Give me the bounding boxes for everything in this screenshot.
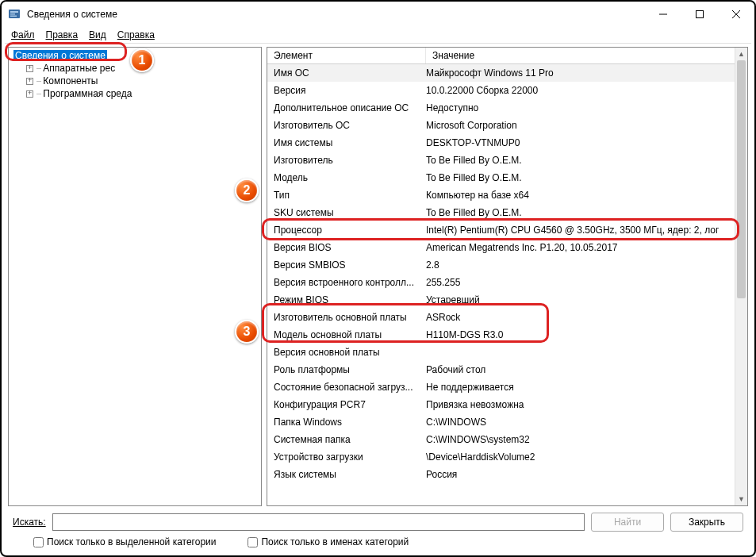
scroll-thumb[interactable] (737, 60, 746, 298)
menu-file[interactable]: Файл (6, 29, 40, 41)
details-body[interactable]: Имя ОСМайкрософт Windows 11 ProВерсия10.… (267, 64, 747, 505)
find-button[interactable]: Найти (591, 513, 664, 532)
table-row[interactable]: ПроцессорIntel(R) Pentium(R) CPU G4560 @… (267, 221, 747, 239)
table-row[interactable]: Папка WindowsC:\WINDOWS (267, 413, 747, 431)
cell-key: Дополнительное описание ОС (274, 99, 426, 117)
details-pane: Элемент Значение Имя ОСМайкрософт Window… (267, 47, 748, 506)
cell-value: Microsoft Corporation (426, 117, 747, 134)
svg-rect-3 (10, 16, 17, 17)
scrollbar[interactable]: ▲ ▼ (735, 48, 747, 505)
cell-value: ASRock (426, 309, 747, 326)
cell-key: Имя ОС (274, 64, 426, 82)
search-label: Искать: (13, 517, 46, 528)
cell-key: Изготовитель (274, 152, 426, 169)
cell-value: 2.8 (426, 256, 747, 274)
maximize-button[interactable] (681, 2, 718, 27)
cell-value: DESKTOP-VTNMUP0 (426, 134, 747, 152)
tree-item-env[interactable]: ┄ Программная среда (9, 87, 261, 100)
table-row[interactable]: SKU системыTo Be Filled By O.E.M. (267, 204, 747, 221)
cell-key: Модель основной платы (274, 326, 426, 344)
close-button[interactable] (718, 2, 754, 27)
table-row[interactable]: Язык системыРоссия (267, 466, 747, 483)
cell-key: Версия основной платы (274, 344, 426, 361)
cell-value: Рабочий стол (426, 361, 747, 378)
cell-value: C:\WINDOWS\system32 (426, 431, 747, 448)
cell-key: Конфигурация PCR7 (274, 396, 426, 413)
table-row[interactable]: Модель основной платыH110M-DGS R3.0 (267, 326, 747, 344)
table-row[interactable]: Версия встроенного контролл...255.255 (267, 274, 747, 291)
expand-icon[interactable] (26, 78, 33, 85)
cell-key: Устройство загрузки (274, 448, 426, 466)
table-row[interactable]: Конфигурация PCR7Привязка невозможна (267, 396, 747, 413)
cell-value: C:\WINDOWS (426, 413, 747, 431)
cell-value (426, 344, 747, 361)
search-bar: Искать: Найти Закрыть (2, 506, 754, 533)
cell-value: Не поддерживается (426, 378, 747, 396)
menu-help[interactable]: Справка (113, 29, 159, 41)
cell-key: Режим BIOS (274, 291, 426, 309)
table-row[interactable]: Дополнительное описание ОСНедоступно (267, 99, 747, 117)
cell-value: American Megatrends Inc. P1.20, 10.05.20… (426, 239, 747, 256)
cell-value: Intel(R) Pentium(R) CPU G4560 @ 3.50GHz,… (426, 221, 747, 239)
table-row[interactable]: Изготовитель основной платыASRock (267, 309, 747, 326)
table-row[interactable]: Роль платформыРабочий стол (267, 361, 747, 378)
cell-value: To Be Filled By O.E.M. (426, 169, 747, 186)
expand-icon[interactable] (26, 90, 33, 98)
cell-key: Роль платформы (274, 361, 426, 378)
col-element[interactable]: Элемент (267, 48, 426, 63)
svg-rect-2 (10, 13, 15, 15)
tree-item-components[interactable]: ┄ Компоненты (9, 75, 261, 87)
table-row[interactable]: ТипКомпьютер на базе x64 (267, 186, 747, 204)
cell-value: To Be Filled By O.E.M. (426, 204, 747, 221)
search-input[interactable] (52, 513, 585, 531)
close-dialog-button[interactable]: Закрыть (670, 513, 743, 532)
table-row[interactable]: Устройство загрузки\Device\HarddiskVolum… (267, 448, 747, 466)
annotation-badge-2: 2 (235, 179, 259, 202)
cell-key: Версия BIOS (274, 239, 426, 256)
table-row[interactable]: Системная папкаC:\WINDOWS\system32 (267, 431, 747, 448)
cell-key: Папка Windows (274, 413, 426, 431)
menubar: Файл Правка Вид Справка (2, 27, 754, 43)
details-header[interactable]: Элемент Значение (267, 48, 747, 64)
table-row[interactable]: Имя системыDESKTOP-VTNMUP0 (267, 134, 747, 152)
table-row[interactable]: Версия SMBIOS2.8 (267, 256, 747, 274)
menu-view[interactable]: Вид (84, 29, 111, 41)
cell-key: Состояние безопасной загруз... (274, 378, 426, 396)
table-row[interactable]: Имя ОСМайкрософт Windows 11 Pro (267, 64, 747, 82)
cell-value: Компьютер на базе x64 (426, 186, 747, 204)
table-row[interactable]: МодельTo Be Filled By O.E.M. (267, 169, 747, 186)
table-row[interactable]: Режим BIOSУстаревший (267, 291, 747, 309)
chk-category-names[interactable]: Поиск только в именах категорий (248, 536, 409, 547)
annotation-badge-3: 3 (235, 320, 259, 344)
cell-key: Язык системы (274, 466, 426, 483)
checkbox[interactable] (33, 537, 44, 547)
minimize-button[interactable] (645, 2, 681, 27)
table-row[interactable]: Состояние безопасной загруз...Не поддерж… (267, 378, 747, 396)
cell-value: 255.255 (426, 274, 747, 291)
scroll-down-icon[interactable]: ▼ (735, 493, 747, 505)
table-row[interactable]: Версия основной платы (267, 344, 747, 361)
cell-key: Системная папка (274, 431, 426, 448)
menu-edit[interactable]: Правка (41, 29, 83, 41)
app-icon (8, 8, 21, 21)
tree-root-label[interactable]: Сведения о системе (13, 50, 107, 61)
cell-value: Майкрософт Windows 11 Pro (426, 64, 747, 82)
svg-rect-5 (697, 11, 704, 18)
svg-rect-1 (10, 11, 18, 13)
scroll-up-icon[interactable]: ▲ (735, 48, 747, 60)
titlebar: Сведения о системе (2, 2, 754, 27)
cell-key: Версия SMBIOS (274, 256, 426, 274)
cell-key: Процессор (274, 221, 426, 239)
expand-icon[interactable] (26, 65, 33, 72)
tree-pane[interactable]: Сведения о системе ┄ Аппаратные рес ┄ Ко… (8, 47, 262, 506)
table-row[interactable]: Версия10.0.22000 Сборка 22000 (267, 82, 747, 99)
cell-value: Недоступно (426, 99, 747, 117)
chk-selected-category[interactable]: Поиск только в выделенной категории (33, 536, 216, 547)
cell-key: Версия встроенного контролл... (274, 274, 426, 291)
table-row[interactable]: ИзготовительTo Be Filled By O.E.M. (267, 152, 747, 169)
table-row[interactable]: Изготовитель ОСMicrosoft Corporation (267, 117, 747, 134)
cell-value: H110M-DGS R3.0 (426, 326, 747, 344)
checkbox[interactable] (248, 537, 258, 547)
col-value[interactable]: Значение (426, 48, 747, 63)
table-row[interactable]: Версия BIOSAmerican Megatrends Inc. P1.2… (267, 239, 747, 256)
